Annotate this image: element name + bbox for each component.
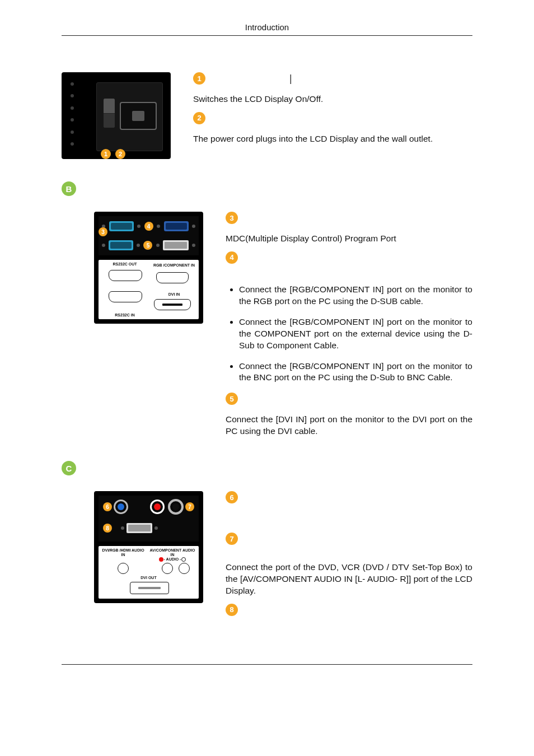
rca-audio-r-icon (150, 500, 165, 514)
section-c-figure: 6 7 8 DVI/RGB /HDMI AUDI (94, 491, 203, 603)
page-header: Introduction (62, 22, 472, 36)
badge-6: 6 (226, 491, 238, 503)
item4-bullets: Connect the [RGB/COMPONENT IN] port on t… (226, 284, 472, 384)
callout-7: 7 (185, 502, 194, 511)
item7-description: Connect the port of the DVD, VCR (DVD / … (226, 562, 472, 597)
power-inlet-icon (120, 102, 157, 130)
section-c-text: 6 7 Connect the port of the DVD, VCR (DV… (226, 491, 472, 625)
rca-audio-in-icon (114, 500, 128, 514)
section-c: 6 7 8 DVI/RGB /HDMI AUDI (94, 491, 472, 625)
badge-8: 8 (226, 604, 238, 616)
badge-2: 2 (193, 112, 205, 124)
page-title: Introduction (245, 22, 289, 32)
legend-jack-3 (179, 563, 190, 574)
item2-description: The power cord plugs into the LCD Displa… (193, 133, 472, 145)
callout-4: 4 (144, 222, 153, 231)
item5-description: Connect the [DVI IN] port on the monitor… (226, 414, 472, 437)
callout-2: 2 (115, 149, 125, 159)
badge-4: 4 (226, 251, 238, 264)
section-b-text: 3 MDC(Multiple Display Control) Program … (226, 212, 472, 444)
dvi-in-port-icon (163, 240, 189, 250)
panel-c-legend: DVI/RGB /HDMI AUDIO IN AV/COMPONENT AUDI… (99, 546, 199, 599)
section-badge-c: C (62, 461, 76, 475)
section-a: 1 2 1 | Switches the LCD Display On/Off.… (62, 72, 472, 165)
item1-description: Switches the LCD Display On/Off. (193, 94, 472, 105)
section-b-figure: 4 3 5 (94, 212, 203, 324)
power-switch-icon (104, 99, 115, 128)
bullet-component: Connect the [RGB/COMPONENT IN] port on t… (239, 316, 472, 352)
panel-b-top: 4 3 5 (99, 216, 199, 255)
legend-port-dvi-out (130, 582, 169, 594)
callout-1: 1 (101, 149, 111, 159)
item3-description: MDC(Multiple Display Control) Program Po… (226, 233, 472, 245)
callout-5: 5 (143, 241, 152, 250)
dvi-out-port-icon (127, 523, 152, 533)
label-dvi-in: DVI IN (153, 292, 195, 296)
vent-dots (71, 82, 74, 146)
footer-rule (62, 664, 472, 665)
section-b: 4 3 5 (94, 212, 472, 444)
divider-pipe: | (289, 73, 292, 85)
label-dvi-out: DVI OUT (102, 576, 195, 580)
power-group (96, 82, 163, 151)
panel-b-legend: RS232C OUT RS232C IN RGB /COMPONENT IN D… (99, 260, 199, 319)
callout-3: 3 (99, 227, 107, 236)
legend-jack-1 (118, 563, 129, 574)
legend-port-dvi (154, 299, 191, 310)
legend-port-rgb (156, 272, 189, 283)
label-dvi-rgb-hdmi-audio: DVI/RGB /HDMI AUDIO IN (102, 548, 144, 557)
section-a-text: 1 | Switches the LCD Display On/Off. 2 T… (193, 72, 472, 152)
section-a-figure: 1 2 (62, 72, 171, 165)
rgb-component-in-port-icon (164, 221, 189, 231)
badge-1: 1 (193, 72, 205, 85)
section-badge-b: B (62, 181, 76, 196)
legend-port-rs232c-out (109, 270, 142, 281)
legend-port-rs232c-in (109, 291, 142, 302)
panel-c-top: 6 7 8 (99, 496, 199, 542)
legend-jack-2 (162, 563, 173, 574)
serial-video-panel-illustration: 4 3 5 (94, 212, 203, 324)
label-rs232c-in: RS232C IN (102, 313, 148, 317)
rs232c-out-port-icon (109, 221, 134, 231)
badge-7: 7 (226, 533, 238, 545)
bullet-bnc: Connect the [RGB/COMPONENT IN] port on t… (239, 361, 472, 384)
audio-video-panel-illustration: 6 7 8 DVI/RGB /HDMI AUDI (94, 491, 203, 603)
badge-5: 5 (226, 393, 238, 405)
label-av-component-audio: AV/COMPONENT AUDIO IN - AUDIO - (149, 548, 195, 562)
label-rgb-component-in: RGB /COMPONENT IN (153, 263, 195, 267)
badge-3: 3 (226, 212, 238, 224)
callout-8: 8 (103, 524, 112, 533)
callout-6: 6 (103, 502, 112, 511)
bullet-rgb: Connect the [RGB/COMPONENT IN] port on t… (239, 284, 472, 307)
page: Introduction 1 2 1 | Switches the LCD Di (0, 0, 534, 698)
label-rs232c-out: RS232C OUT (102, 262, 148, 266)
rca-audio-l-icon (168, 499, 184, 515)
rs232c-in-port-icon (109, 240, 133, 250)
power-panel-illustration: 1 2 (62, 72, 171, 159)
